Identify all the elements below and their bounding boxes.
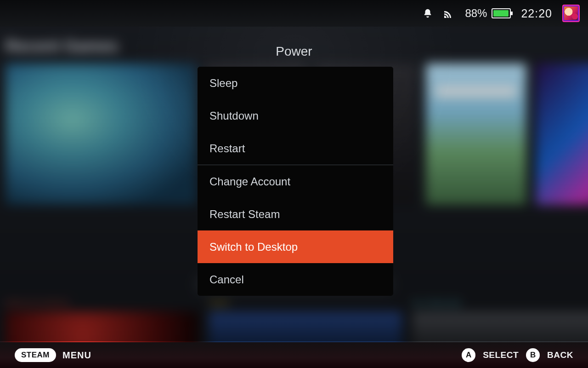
a-button-icon: A	[462, 348, 475, 362]
clock: 22:20	[521, 7, 552, 20]
b-button-icon: B	[526, 348, 540, 362]
menu-item-change-account[interactable]: Change Account	[198, 165, 393, 198]
avatar[interactable]	[562, 5, 580, 22]
power-menu: Sleep Shutdown Restart Change Account Re…	[198, 67, 393, 296]
menu-item-cancel[interactable]: Cancel	[198, 263, 393, 296]
dialog-title: Power	[0, 44, 588, 59]
battery-icon	[492, 8, 511, 18]
steam-button[interactable]: STEAM	[15, 348, 56, 362]
menu-label: MENU	[62, 350, 91, 361]
menu-item-shutdown[interactable]: Shutdown	[198, 99, 393, 132]
a-button-label: SELECT	[483, 350, 519, 360]
menu-item-restart-steam[interactable]: Restart Steam	[198, 198, 393, 230]
cast-icon[interactable]	[443, 8, 455, 19]
menu-item-switch-to-desktop[interactable]: Switch to Desktop	[198, 230, 393, 263]
status-bar: 88% 22:20	[0, 0, 588, 27]
b-button-label: BACK	[547, 350, 573, 360]
notifications-icon[interactable]	[423, 8, 433, 19]
menu-item-sleep[interactable]: Sleep	[198, 67, 393, 99]
battery-percent: 88%	[465, 7, 487, 20]
battery-status: 88%	[465, 7, 511, 20]
footer-bar: STEAM MENU A SELECT B BACK	[0, 342, 588, 368]
menu-item-restart[interactable]: Restart	[198, 132, 393, 165]
